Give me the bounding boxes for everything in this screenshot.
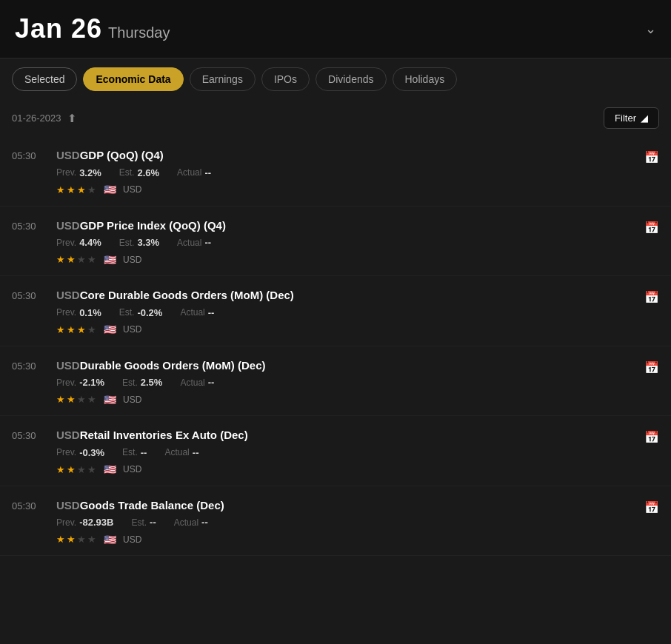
event-content: USDGDP Price Index (QoQ) (Q4) Prev. 4.4%… — [56, 218, 638, 266]
prev-value: 4.4% — [79, 237, 101, 248]
prev-label: Prev. — [56, 238, 76, 248]
event-time: 05:30 — [12, 148, 50, 161]
event-item: 05:30 USDGDP (QoQ) (Q4) Prev. 3.2% Est. … — [0, 136, 671, 207]
event-stats: Prev. -0.3% Est. -- Actual -- — [56, 447, 638, 458]
stars-group: ★★★★ — [56, 184, 96, 195]
actual-value: -- — [208, 377, 215, 388]
event-item: 05:30 USDCore Durable Goods Orders (MoM)… — [0, 276, 671, 346]
stars-group: ★★★★ — [56, 324, 96, 335]
stars-group: ★★★★ — [56, 254, 96, 265]
star-icon: ★ — [67, 464, 76, 475]
country-flag: 🇺🇸 — [102, 464, 117, 474]
prev-label: Prev. — [56, 517, 76, 528]
actual-stat: Actual -- — [174, 517, 208, 528]
calendar-icon[interactable]: 📅 — [644, 428, 659, 444]
event-meta: ★★★★ 🇺🇸 USD — [56, 184, 638, 195]
event-title: USDRetail Inventories Ex Auto (Dec) — [56, 428, 638, 443]
star-icon: ★ — [56, 324, 65, 335]
prev-value: -0.3% — [79, 447, 104, 458]
prev-label: Prev. — [56, 447, 76, 457]
prev-stat: Prev. -82.93B — [56, 517, 113, 528]
event-content: USDGDP (QoQ) (Q4) Prev. 3.2% Est. 2.6% A… — [56, 148, 638, 195]
tab-dividends[interactable]: Dividends — [316, 67, 386, 91]
filter-icon: ◢ — [641, 113, 648, 124]
star-icon: ★ — [87, 464, 96, 475]
stars-group: ★★★★ — [56, 464, 96, 475]
event-title: USDCore Durable Goods Orders (MoM) (Dec) — [56, 288, 638, 303]
currency-label: USD — [123, 184, 141, 195]
est-value: -- — [141, 447, 147, 458]
event-title: USDGoods Trade Balance (Dec) — [56, 498, 638, 513]
star-icon: ★ — [77, 254, 86, 265]
est-value: 3.3% — [137, 237, 159, 248]
event-currency: USD — [56, 219, 80, 232]
export-icon[interactable]: ⬆︎ — [67, 112, 77, 125]
tab-ipos[interactable]: IPOs — [261, 67, 310, 91]
prev-label: Prev. — [56, 378, 76, 388]
event-stats: Prev. 3.2% Est. 2.6% Actual -- — [56, 167, 638, 178]
chevron-down-icon[interactable]: ⌄ — [645, 21, 656, 37]
actual-label: Actual — [180, 378, 204, 388]
actual-stat: Actual -- — [177, 167, 211, 178]
est-stat: Est. -0.2% — [119, 307, 163, 318]
star-icon: ★ — [87, 534, 96, 545]
calendar-icon[interactable]: 📅 — [644, 498, 659, 514]
events-list: 05:30 USDGDP (QoQ) (Q4) Prev. 3.2% Est. … — [0, 136, 671, 571]
tab-selected[interactable]: Selected — [12, 67, 77, 91]
event-time: 05:30 — [12, 428, 50, 441]
country-flag: 🇺🇸 — [102, 534, 117, 545]
event-stats: Prev. 0.1% Est. -0.2% Actual -- — [56, 307, 638, 318]
event-meta: ★★★★ 🇺🇸 USD — [56, 464, 638, 475]
event-content: USDCore Durable Goods Orders (MoM) (Dec)… — [56, 288, 638, 335]
calendar-icon[interactable]: 📅 — [644, 358, 659, 375]
event-meta: ★★★★ 🇺🇸 USD — [56, 324, 638, 335]
actual-value: -- — [201, 517, 208, 528]
date-label: 01-26-2023 ⬆︎ — [12, 112, 77, 125]
event-time: 05:30 — [12, 358, 50, 372]
est-value: -0.2% — [137, 307, 162, 318]
prev-stat: Prev. 4.4% — [56, 237, 101, 248]
est-stat: Est. 3.3% — [119, 237, 159, 248]
tab-holidays[interactable]: Holidays — [393, 67, 458, 91]
star-icon: ★ — [67, 394, 76, 405]
event-content: USDDurable Goods Orders (MoM) (Dec) Prev… — [56, 358, 638, 406]
event-item: 05:30 USDGoods Trade Balance (Dec) Prev.… — [0, 486, 671, 557]
filter-button[interactable]: Filter ◢ — [604, 107, 659, 129]
tab-economic-data[interactable]: Economic Data — [83, 67, 183, 91]
header-month-day: Jan 26 — [15, 13, 102, 44]
event-title: USDDurable Goods Orders (MoM) (Dec) — [56, 358, 638, 373]
star-icon: ★ — [67, 184, 76, 195]
header-date: Jan 26 Thursday — [15, 13, 170, 44]
actual-value: -- — [193, 447, 199, 458]
event-item: 05:30 USDGDP Price Index (QoQ) (Q4) Prev… — [0, 207, 671, 277]
actual-stat: Actual -- — [180, 307, 214, 318]
actual-label: Actual — [180, 307, 204, 318]
event-title: USDGDP Price Index (QoQ) (Q4) — [56, 218, 638, 233]
currency-label: USD — [123, 534, 141, 545]
calendar-icon[interactable]: 📅 — [644, 148, 659, 164]
actual-value: -- — [208, 307, 215, 318]
date-row: 01-26-2023 ⬆︎ Filter ◢ — [0, 100, 671, 136]
tab-earnings[interactable]: Earnings — [190, 67, 256, 91]
date-text: 01-26-2023 — [12, 113, 61, 124]
currency-label: USD — [123, 464, 141, 474]
actual-value: -- — [204, 167, 211, 178]
event-currency: USD — [56, 289, 80, 301]
calendar-icon[interactable]: 📅 — [644, 218, 659, 235]
star-icon: ★ — [56, 534, 65, 545]
country-flag: 🇺🇸 — [102, 395, 117, 405]
prev-value: 0.1% — [79, 307, 101, 318]
event-currency: USD — [56, 359, 80, 372]
country-flag: 🇺🇸 — [102, 255, 117, 265]
event-content: USDGoods Trade Balance (Dec) Prev. -82.9… — [56, 498, 638, 546]
prev-value: -2.1% — [79, 377, 104, 388]
event-item: 05:30 USDDurable Goods Orders (MoM) (Dec… — [0, 346, 671, 417]
event-currency: USD — [56, 149, 80, 161]
country-flag: 🇺🇸 — [102, 324, 117, 335]
event-meta: ★★★★ 🇺🇸 USD — [56, 534, 638, 545]
event-time: 05:30 — [12, 288, 50, 301]
event-currency: USD — [56, 499, 80, 511]
calendar-icon[interactable]: 📅 — [644, 288, 659, 304]
star-icon: ★ — [77, 324, 86, 335]
star-icon: ★ — [56, 254, 65, 265]
